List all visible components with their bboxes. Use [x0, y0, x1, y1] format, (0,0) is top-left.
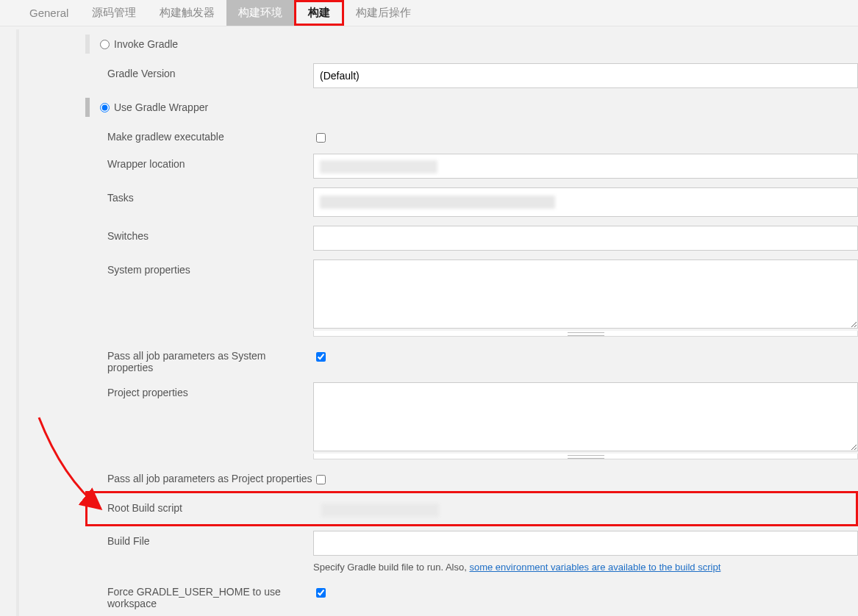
tab-triggers[interactable]: 构建触发器	[148, 0, 226, 26]
left-gutter	[0, 29, 18, 616]
input-switches[interactable]	[313, 226, 858, 251]
checkbox-force-home[interactable]	[316, 588, 326, 598]
row-pass-proj: Pass all job parameters as Project prope…	[85, 464, 858, 491]
checkbox-pass-proj[interactable]	[316, 475, 326, 484]
row-build-file: Build File Specify Gradle build file to …	[85, 526, 858, 577]
textarea-sys-props[interactable]	[313, 259, 858, 329]
row-root-script: Root Build script	[87, 493, 856, 524]
label-root-script: Root Build script	[87, 498, 315, 514]
radio-bar-selected	[85, 98, 90, 117]
tab-scm[interactable]: 源码管理	[80, 0, 148, 26]
section-gutter	[18, 29, 19, 616]
obscured-tasks	[320, 196, 555, 209]
row-sys-props: System properties	[85, 255, 858, 341]
row-gradle-version: Gradle Version	[85, 59, 858, 93]
row-proj-props: Project properties	[85, 378, 858, 464]
tab-post-build[interactable]: 构建后操作	[344, 0, 423, 26]
tab-build-label: 构建	[296, 2, 342, 24]
row-pass-sys: Pass all job parameters as System proper…	[85, 341, 858, 378]
radio-row-wrapper[interactable]: Use Gradle Wrapper	[85, 93, 858, 122]
build-form: Invoke Gradle Gradle Version Use Gradle …	[85, 29, 858, 616]
label-pass-proj: Pass all job parameters as Project prope…	[85, 468, 313, 484]
row-switches: Switches	[85, 221, 858, 255]
row-tasks: Tasks	[85, 183, 858, 221]
radio-use-wrapper[interactable]	[100, 103, 110, 112]
tab-build[interactable]: 构建	[294, 0, 344, 26]
textarea-proj-props[interactable]	[313, 382, 858, 451]
checkbox-pass-sys[interactable]	[316, 352, 326, 362]
label-make-exec: Make gradlew executable	[85, 126, 313, 143]
label-gradle-version: Gradle Version	[85, 63, 313, 79]
label-sys-props: System properties	[85, 259, 313, 276]
row-make-exec: Make gradlew executable	[85, 122, 858, 149]
row-force-home: Force GRADLE_USER_HOME to use workspace	[85, 577, 858, 614]
label-build-file: Build File	[85, 531, 313, 547]
tab-build-env[interactable]: 构建环境	[226, 0, 294, 26]
radio-row-invoke[interactable]: Invoke Gradle	[85, 29, 858, 59]
obscured-root-script	[321, 504, 439, 517]
checkbox-make-exec[interactable]	[316, 133, 326, 143]
label-force-home: Force GRADLE_USER_HOME to use workspace	[85, 581, 313, 609]
hint-build-file: Specify Gradle build file to run. Also, …	[313, 556, 858, 573]
resizer-sys-props[interactable]	[313, 331, 858, 337]
label-wrapper-loc: Wrapper location	[85, 154, 313, 170]
radio-invoke-gradle[interactable]	[100, 40, 110, 49]
radio-wrapper-label: Use Gradle Wrapper	[114, 101, 208, 113]
resizer-proj-props[interactable]	[313, 454, 858, 459]
hint-prefix: Specify Gradle build file to run. Also,	[313, 562, 469, 573]
row-wrapper-loc: Wrapper location	[85, 149, 858, 183]
label-pass-sys: Pass all job parameters as System proper…	[85, 345, 313, 373]
hint-link[interactable]: some environment variables are available…	[469, 562, 721, 573]
config-tabs: General 源码管理 构建触发器 构建环境 构建 构建后操作	[0, 0, 858, 26]
radio-invoke-label: Invoke Gradle	[114, 38, 178, 50]
label-tasks: Tasks	[85, 187, 313, 204]
input-gradle-version[interactable]	[313, 63, 858, 88]
label-proj-props: Project properties	[85, 382, 313, 398]
highlight-root-build-script: Root Build script	[85, 491, 858, 526]
tab-general[interactable]: General	[18, 0, 80, 26]
input-build-file[interactable]	[313, 531, 858, 556]
radio-bar	[85, 35, 90, 54]
obscured-wrapper-loc	[320, 160, 437, 173]
label-switches: Switches	[85, 226, 313, 242]
